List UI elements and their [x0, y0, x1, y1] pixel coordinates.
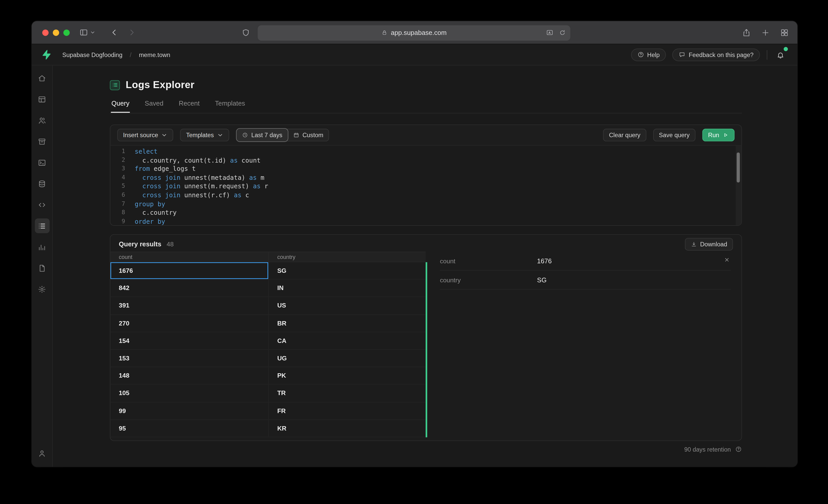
sidebar-item-account[interactable] — [35, 446, 50, 461]
privacy-shield-icon[interactable] — [241, 28, 250, 37]
sidebar-item-storage[interactable] — [35, 134, 50, 149]
cell-count[interactable]: 99 — [110, 402, 269, 419]
tab-saved[interactable]: Saved — [144, 100, 164, 113]
row-detail-panel: count 1676 country SG — [425, 252, 741, 441]
tab-query[interactable]: Query — [111, 100, 130, 113]
cell-count[interactable]: 153 — [110, 350, 269, 367]
cell-count[interactable]: 1676 — [110, 262, 269, 279]
main-content: Logs Explorer QuerySavedRecentTemplates … — [53, 65, 797, 467]
api-icon — [38, 200, 47, 209]
help-button[interactable]: Help — [631, 48, 666, 61]
share-icon[interactable] — [742, 28, 751, 37]
download-icon — [691, 241, 697, 247]
minimize-window-button[interactable] — [53, 29, 59, 36]
code-line: 4 cross join unnest(metadata) as m — [110, 173, 741, 182]
sidebar-item-table-editor[interactable] — [35, 92, 50, 106]
table-row: 391 US — [110, 297, 425, 315]
cell-country[interactable]: BR — [269, 315, 425, 332]
sidebar-item-docs[interactable] — [35, 261, 50, 275]
back-button[interactable] — [110, 28, 119, 37]
help-circle-icon[interactable] — [735, 446, 742, 453]
clock-icon — [242, 132, 248, 138]
detail-field: country SG — [440, 271, 731, 289]
cell-country[interactable]: FR — [269, 402, 425, 419]
clear-query-button[interactable]: Clear query — [603, 129, 646, 141]
fullscreen-window-button[interactable] — [63, 29, 70, 36]
results-body: count country 1676 SG 842 IN 391 US 270 … — [110, 252, 741, 441]
url-actions — [546, 25, 566, 41]
cell-count[interactable]: 105 — [110, 385, 269, 402]
code-text: c.country, count(t.id) as count — [135, 156, 261, 165]
tab-overview-icon[interactable] — [780, 28, 789, 37]
sidebar-item-logs-explorer[interactable] — [35, 218, 50, 233]
last-7-days-button[interactable]: Last 7 days — [237, 129, 288, 141]
run-query-button[interactable]: Run — [702, 129, 734, 141]
cell-count[interactable]: 391 — [110, 297, 269, 314]
cell-country[interactable]: SG — [269, 262, 425, 279]
tab-recent[interactable]: Recent — [178, 100, 200, 113]
cell-count[interactable]: 154 — [110, 332, 269, 349]
editor-scrollbar-thumb[interactable] — [737, 152, 740, 182]
cell-country[interactable]: IN — [269, 280, 425, 297]
cell-country[interactable]: UG — [269, 350, 425, 367]
close-icon[interactable] — [723, 256, 731, 264]
breadcrumb-project[interactable]: Supabase Dogfooding — [62, 51, 122, 58]
column-header-count[interactable]: count — [110, 252, 269, 262]
supabase-logo-icon[interactable] — [41, 49, 52, 60]
sidebar-item-settings[interactable] — [35, 282, 50, 297]
translate-icon[interactable] — [546, 29, 553, 37]
custom-range-button[interactable]: Custom — [288, 129, 329, 141]
sql-editor[interactable]: 1 select 2 c.country, count(t.id) as cou… — [110, 145, 741, 225]
feedback-button[interactable]: Feedback on this page? — [672, 48, 760, 61]
detail-field-label: count — [440, 257, 537, 265]
forward-button[interactable] — [127, 28, 136, 37]
sidebar-item-reports[interactable] — [35, 239, 50, 254]
line-number: 2 — [110, 156, 125, 165]
tab-templates[interactable]: Templates — [214, 100, 246, 113]
code-line: 1 select — [110, 147, 741, 156]
cell-country[interactable]: CA — [269, 332, 425, 349]
app-header: Supabase Dogfooding / meme.town Help Fee… — [32, 44, 797, 65]
download-button[interactable]: Download — [685, 238, 733, 250]
column-header-country[interactable]: country — [269, 252, 425, 262]
sidebar-item-home[interactable] — [35, 71, 50, 86]
breadcrumb: Supabase Dogfooding / meme.town — [62, 51, 170, 58]
notifications-button[interactable] — [774, 48, 787, 61]
cell-country[interactable]: PK — [269, 367, 425, 384]
sidebar-toggle-icon[interactable] — [79, 28, 88, 37]
supabase-app: Supabase Dogfooding / meme.town Help Fee… — [32, 44, 797, 467]
account-icon — [38, 449, 47, 458]
insert-source-dropdown[interactable]: Insert source — [117, 129, 174, 141]
chevron-down-icon — [161, 132, 168, 138]
sidebar-item-authentication[interactable] — [35, 113, 50, 128]
cell-country[interactable]: KR — [269, 420, 425, 437]
sidebar-item-database[interactable] — [35, 176, 50, 191]
templates-dropdown[interactable]: Templates — [180, 129, 229, 141]
reload-icon[interactable] — [559, 29, 566, 37]
close-window-button[interactable] — [42, 29, 49, 36]
cell-country[interactable]: US — [269, 297, 425, 314]
table-row: 1676 SG — [110, 262, 425, 280]
traffic-lights — [32, 29, 70, 36]
cell-country[interactable]: TR — [269, 385, 425, 402]
code-line: 2 c.country, count(t.id) as count — [110, 156, 741, 165]
message-bubble-icon — [678, 51, 686, 58]
code-text: cross join unnest(r.cf) as c — [135, 191, 249, 199]
help-circle-icon — [637, 51, 644, 58]
new-tab-icon[interactable] — [761, 28, 770, 37]
chevron-down-icon[interactable] — [90, 30, 95, 35]
cell-count[interactable]: 95 — [110, 420, 269, 437]
code-line: 9 order by — [110, 217, 741, 225]
breadcrumb-page[interactable]: meme.town — [139, 51, 170, 58]
chevron-down-icon — [217, 132, 223, 138]
cell-count[interactable]: 842 — [110, 280, 269, 297]
table-editor-icon — [38, 95, 47, 104]
save-query-button[interactable]: Save query — [653, 129, 696, 141]
sidebar-item-sql-editor[interactable] — [35, 155, 50, 170]
cell-count[interactable]: 148 — [110, 367, 269, 384]
line-number: 7 — [110, 199, 125, 208]
url-bar[interactable]: app.supabase.com — [258, 25, 570, 41]
sidebar-item-api[interactable] — [35, 197, 50, 212]
code-text: select — [135, 147, 158, 156]
cell-count[interactable]: 270 — [110, 315, 269, 332]
